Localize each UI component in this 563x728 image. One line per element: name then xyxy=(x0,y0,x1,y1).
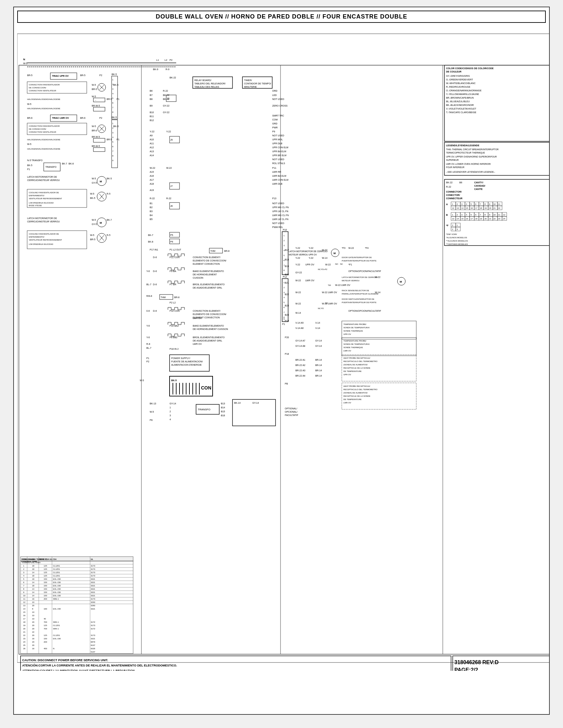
svg-text:P11: P11 xyxy=(272,167,276,169)
svg-rect-0 xyxy=(17,34,550,662)
svg-text:EXL-150: EXL-150 xyxy=(53,581,61,583)
svg-text:BR-22 A2: BR-22 A2 xyxy=(296,364,305,366)
svg-text:DE ASADO/ELEMENT GRIL: DE ASADO/ELEMENT GRIL xyxy=(193,287,222,289)
svg-text:W-22: W-22 xyxy=(322,249,328,251)
svg-text:SRK-1: SRK-1 xyxy=(53,621,59,623)
svg-text:BK-5: BK-5 xyxy=(90,197,95,199)
svg-text:G.-GREEN/VERDE/VERT: G.-GREEN/VERDE/VERT xyxy=(446,78,473,81)
svg-text:M: M xyxy=(100,180,102,183)
svg-text:PB: PB xyxy=(285,383,288,385)
svg-text:12: 12 xyxy=(503,214,505,216)
svg-text:BR-W-5: BR-W-5 xyxy=(92,105,100,107)
svg-text:10: 10 xyxy=(493,203,496,205)
svg-text:12: 12 xyxy=(452,207,454,209)
svg-text:P2+P2: P2+P2 xyxy=(321,268,328,270)
svg-text:COM: COM xyxy=(272,118,278,121)
svg-text:A9: A9 xyxy=(150,134,153,137)
svg-text:HEAT PROBE RECEPTACLE/: HEAT PROBE RECEPTACLE/ xyxy=(344,357,370,359)
svg-text:DOOR GATE/INTERRUPTOR DE: DOOR GATE/INTERRUPTOR DE xyxy=(342,256,372,258)
svg-text:3321: 3321 xyxy=(91,585,95,587)
svg-text:**ALGUNOS MODELOS: **ALGUNOS MODELOS xyxy=(446,240,468,242)
svg-text:P20: P20 xyxy=(285,336,289,339)
svg-text:B8: B8 xyxy=(150,98,153,100)
svg-text:BR-14: BR-14 xyxy=(315,364,322,366)
svg-text:NC: NC xyxy=(340,263,343,265)
svg-text:13: 13 xyxy=(452,218,454,220)
svg-text:13: 13 xyxy=(457,207,459,209)
svg-text:19: 19 xyxy=(480,218,482,220)
svg-text:ENFRIAMIENTO/: ENFRIAMIENTO/ xyxy=(29,195,44,197)
svg-text:P12 CON: P12 CON xyxy=(169,310,179,312)
svg-text:EXL-150: EXL-150 xyxy=(53,595,61,597)
svg-text:BK-8: BK-8 xyxy=(69,162,74,165)
svg-text:SONDE THERMIQUE: SONDE THERMIQUE xyxy=(344,330,363,332)
svg-text:W-5: W-5 xyxy=(90,193,94,195)
svg-text:3321: 3321 xyxy=(91,578,95,580)
svg-text:LWR OV.-LOWER OVEN /HORNO INFE: LWR OV.-LOWER OVEN /HORNO INFERIOR/ xyxy=(446,163,491,165)
svg-text:V-14 A5: V-14 A5 xyxy=(296,322,304,324)
svg-text:CONECTOR/: CONECTOR/ xyxy=(446,194,460,196)
svg-text:UL: UL xyxy=(91,558,93,560)
svg-text:N-5  TRANSFO: N-5 TRANSFO xyxy=(27,159,43,161)
svg-text:LWR DLB: LWR DLB xyxy=(272,183,283,185)
svg-text:J5: J5 xyxy=(170,139,173,141)
svg-text:GY-5: GY-5 xyxy=(92,182,97,184)
svg-text:318046268 REV:D: 318046268 REV:D xyxy=(454,660,498,665)
svg-text:21: 21 xyxy=(489,218,492,220)
svg-text:LWR OV: LWR OV xyxy=(305,279,314,282)
svg-text:CONVECTION FAN/VENTILADOR: CONVECTION FAN/VENTILADOR xyxy=(29,84,60,86)
svg-text:SUPERIEUR: SUPERIEUR xyxy=(446,159,459,161)
svg-text:BAKE ELEMENT/ELEMENTO: BAKE ELEMENT/ELEMENTO xyxy=(193,270,224,272)
svg-text:B13: B13 xyxy=(221,402,225,405)
svg-text:HALOGEN/HALOGENO/HALOGENE: HALOGEN/HALOGENO/HALOGENE xyxy=(27,148,60,150)
svg-text:P1 L2 OUT: P1 L2 OUT xyxy=(169,249,181,251)
svg-text:W-22: W-22 xyxy=(166,167,172,169)
svg-text:10: 10 xyxy=(23,595,25,597)
svg-text:2: 2 xyxy=(169,410,171,413)
svg-text:5107: 5107 xyxy=(91,651,95,653)
svg-text:3: 3 xyxy=(169,414,171,417)
svg-text:P8: P8 xyxy=(150,419,153,421)
svg-text:B10: B10 xyxy=(150,111,154,114)
svg-text:11: 11 xyxy=(498,203,500,205)
svg-text:P6: P6 xyxy=(170,241,173,243)
svg-text:PUERTA/INTERRUPTEUR DE PORTE: PUERTA/INTERRUPTEUR DE PORTE xyxy=(342,260,377,262)
svg-text:W-14: W-14 xyxy=(296,312,301,314)
svg-text:3321: 3321 xyxy=(91,638,95,640)
svg-text:B12: B12 xyxy=(150,119,154,121)
svg-text:MOTEUR VERROU: MOTEUR VERROU xyxy=(342,280,359,282)
svg-text:B14: B14 xyxy=(221,406,225,409)
svg-text:3172: 3172 xyxy=(91,621,95,623)
svg-text:3173: 3173 xyxy=(91,598,95,600)
svg-text:O.-ORANGE/NARANJA/ORANGE: O.-ORANGE/NARANJA/ORANGE xyxy=(446,89,482,92)
svg-text:ENFRIAMIENTO/: ENFRIAMIENTO/ xyxy=(29,236,44,238)
svg-text:PARRILLA/INTERRUPTEUR GLISSIER: PARRILLA/INTERRUPTEUR GLISSIERE xyxy=(342,293,379,295)
svg-text:ATTENTION:COUPEZ L'ALIMENTATIO: ATTENTION:COUPEZ L'ALIMENTATION AVANT D'… xyxy=(22,669,135,671)
svg-text:A10: A10 xyxy=(150,138,154,141)
svg-text:17: 17 xyxy=(475,207,478,209)
svg-text:P2 L2: P2 L2 xyxy=(169,301,175,304)
svg-text:M: M xyxy=(100,221,102,224)
svg-text:LWR LW CL FN: LWR LW CL FN xyxy=(272,218,289,220)
svg-text:D-6: D-6 xyxy=(153,283,157,286)
svg-text:Y-22: Y-22 xyxy=(150,130,154,133)
svg-text:B2: B2 xyxy=(150,206,153,208)
svg-text:CAVITY/: CAVITY/ xyxy=(474,181,483,184)
svg-text:PWM REL: PWM REL xyxy=(272,226,283,228)
svg-text:LOW SPEED/BAJA VELOCIDAD/: LOW SPEED/BAJA VELOCIDAD/ xyxy=(29,202,54,204)
svg-text:EXL-150: EXL-150 xyxy=(53,588,61,590)
svg-text:125: 125 xyxy=(44,575,47,577)
svg-text:A16: A16 xyxy=(150,175,154,177)
svg-text:TRIAC UPR OV: TRIAC UPR OV xyxy=(52,75,69,77)
svg-text:LWR OV: LWR OV xyxy=(193,343,202,345)
svg-text:W-5: W-5 xyxy=(150,411,154,413)
svg-text:CONVECTION VENTILATEUR: CONVECTION VENTILATEUR xyxy=(29,90,56,92)
svg-text:W.-WHITE/BLANCO/BLANC: W.-WHITE/BLANCO/BLANC xyxy=(446,82,476,84)
svg-text:BK-8: BK-8 xyxy=(148,241,153,243)
svg-text:A14: A14 xyxy=(150,154,154,157)
svg-text:DE TEMPERATURE: DE TEMPERATURE xyxy=(344,370,362,372)
svg-text:CONVECTION VENTILATEUR: CONVECTION VENTILATEUR xyxy=(29,131,56,133)
svg-text:OPTION/OPCION/FACULTATIF: OPTION/OPCION/FACULTATIF xyxy=(349,310,381,312)
svg-text:NC: NC xyxy=(318,307,321,309)
svg-text:B6: B6 xyxy=(150,90,153,92)
